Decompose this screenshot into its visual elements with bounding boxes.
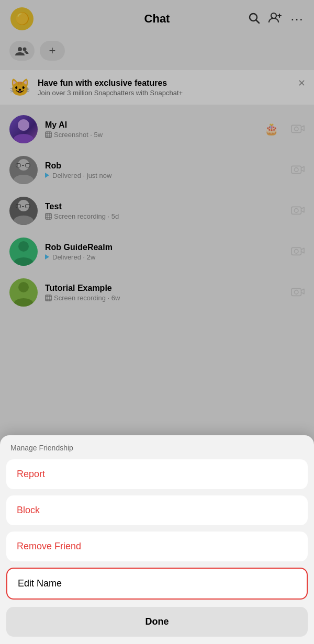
chat-info-rob: Rob Delivered · just now xyxy=(45,161,284,179)
avatar-my-ai xyxy=(9,115,38,143)
promo-text: Have fun with exclusive features Join ov… xyxy=(38,78,305,97)
avatar[interactable]: 🟡 xyxy=(10,7,33,30)
svg-rect-30 xyxy=(291,288,301,296)
svg-point-6 xyxy=(23,48,27,51)
svg-rect-25 xyxy=(46,295,51,301)
chat-item-my-ai[interactable]: My AI Screenshot · 5w 🎂 xyxy=(0,109,314,150)
camera-icon-tutorial-example[interactable] xyxy=(291,286,305,299)
camera-icon-rob-guidrealm[interactable] xyxy=(291,245,305,258)
chat-name: Rob GuideRealm xyxy=(45,243,284,252)
chat-sub: Delivered · just now xyxy=(45,172,284,179)
chat-item-rob[interactable]: Rob Delivered · just now xyxy=(0,150,314,190)
add-friend-icon[interactable] xyxy=(268,12,282,26)
chat-sub: Screenshot · 5w xyxy=(45,131,257,139)
report-button[interactable]: Report xyxy=(6,459,308,489)
avatar-tutorial-example xyxy=(9,278,38,307)
chat-list: My AI Screenshot · 5w 🎂 xyxy=(0,109,314,313)
avatar-rob-guidrealm xyxy=(9,238,38,266)
promo-close-button[interactable]: ✕ xyxy=(298,77,306,89)
camera-icon-test[interactable] xyxy=(291,204,305,218)
camera-icon-rob[interactable] xyxy=(291,163,305,177)
chat-sub: Screen recording · 5d xyxy=(45,212,284,220)
svg-rect-7 xyxy=(46,132,51,138)
header-right: ··· xyxy=(248,11,304,27)
manage-friendship-sheet: Manage Friendship Report Block Remove Fr… xyxy=(0,435,314,644)
svg-rect-14 xyxy=(291,166,301,173)
header: 🟡 Chat ··· xyxy=(0,0,314,38)
screenshot-icon xyxy=(45,213,52,220)
svg-line-1 xyxy=(256,20,260,23)
svg-rect-23 xyxy=(291,247,301,255)
chat-item-tutorial-example[interactable]: Tutorial Example Screen recording · 6w xyxy=(0,272,314,313)
done-button[interactable]: Done xyxy=(6,607,308,637)
chat-name: My AI xyxy=(45,120,257,130)
delivered-icon xyxy=(45,254,49,259)
chat-sub: Delivered · 2w xyxy=(45,253,284,261)
chat-name: Rob xyxy=(45,161,284,171)
svg-point-5 xyxy=(18,47,22,51)
screenshot-icon xyxy=(45,295,52,301)
sheet-header: Manage Friendship xyxy=(0,435,314,456)
chat-item-test[interactable]: Test Screen recording · 5d xyxy=(0,190,314,231)
chat-name: Tutorial Example xyxy=(45,284,284,293)
svg-rect-16 xyxy=(46,213,51,219)
svg-point-22 xyxy=(295,209,298,212)
block-button[interactable]: Block xyxy=(6,495,308,525)
remove-friend-button[interactable]: Remove Friend xyxy=(6,532,308,561)
delivered-icon xyxy=(45,173,49,178)
avatar-test xyxy=(9,197,38,225)
search-icon[interactable] xyxy=(248,12,260,27)
svg-point-2 xyxy=(271,13,276,18)
svg-rect-12 xyxy=(291,125,301,132)
chat-info-test: Test Screen recording · 5d xyxy=(45,202,284,220)
new-chat-button[interactable]: + xyxy=(40,41,65,61)
chat-sub: Screen recording · 6w xyxy=(45,294,284,302)
camera-icon-my-ai[interactable] xyxy=(291,122,305,136)
chat-right-emoji-my-ai: 🎂 xyxy=(264,122,278,136)
chat-item-rob-guidrealm[interactable]: Rob GuideRealm Delivered · 2w xyxy=(0,231,314,272)
screenshot-icon xyxy=(45,131,52,138)
svg-rect-21 xyxy=(291,207,301,214)
promo-banner[interactable]: 😺 Have fun with exclusive features Join … xyxy=(0,70,314,105)
promo-title: Have fun with exclusive features xyxy=(38,78,305,88)
svg-point-13 xyxy=(295,127,298,131)
page-title: Chat xyxy=(144,12,170,26)
chat-info-tutorial-example: Tutorial Example Screen recording · 6w xyxy=(45,284,284,302)
chat-name: Test xyxy=(45,202,284,211)
chat-info-rob-guidrealm: Rob GuideRealm Delivered · 2w xyxy=(45,243,284,261)
groups-button[interactable] xyxy=(9,41,35,61)
more-options-icon[interactable]: ··· xyxy=(290,11,304,27)
svg-point-24 xyxy=(295,250,298,253)
promo-subtitle: Join over 3 million Snapchatters with Sn… xyxy=(38,89,305,97)
chat-info-my-ai: My AI Screenshot · 5w xyxy=(45,120,257,139)
action-row: + xyxy=(0,38,314,68)
avatar-rob xyxy=(9,156,38,184)
svg-point-31 xyxy=(295,290,298,294)
promo-emoji: 😺 xyxy=(9,77,30,97)
svg-point-15 xyxy=(295,168,298,172)
header-left: 🟡 xyxy=(10,7,33,30)
edit-name-button[interactable]: Edit Name xyxy=(6,568,308,600)
